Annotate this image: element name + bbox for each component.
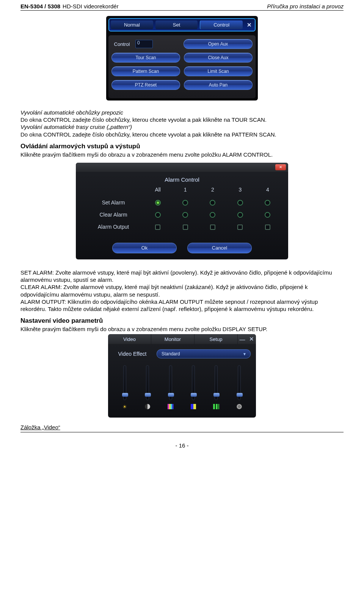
alarm-output-all-check[interactable] [155, 225, 160, 230]
hue-slider[interactable] [192, 365, 195, 400]
contrast-icon [144, 403, 151, 410]
gear-icon [236, 403, 243, 410]
extra-slider[interactable] [238, 365, 241, 400]
tab-normal[interactable]: Normal [111, 20, 153, 29]
subheading-tour: Vyvolání automatické obchůzky prepozic [20, 109, 123, 116]
sun-icon: ☀ [121, 403, 128, 410]
footer-tab-label: Záložka „Video“ [20, 424, 344, 430]
close-icon[interactable]: ✕ [245, 20, 253, 29]
header-product: HD-SDI videorekordér [63, 3, 119, 9]
footer-rule [20, 432, 344, 432]
contrast-slider[interactable] [146, 365, 149, 400]
close-icon[interactable]: ✕ [247, 334, 256, 344]
auto-pan-button[interactable]: Auto Pan [184, 80, 253, 90]
video-effect-label: Video Effect [113, 351, 151, 357]
ptz-reset-button[interactable]: PTZ Reset [111, 80, 180, 90]
set-alarm-3-radio[interactable] [237, 200, 243, 206]
page-header: EN-5304 / 5308 HD-SDI videorekordér Přír… [20, 0, 344, 9]
alarm-section-title: Ovládání alarmových vstupů a výstupů [20, 143, 344, 150]
tab-video[interactable]: Video [108, 334, 151, 344]
brightness-slider[interactable] [123, 365, 126, 400]
tab-setup[interactable]: Setup [195, 334, 238, 344]
header-model: EN-5304 / 5308 [20, 3, 60, 9]
clear-alarm-3-radio[interactable] [237, 212, 243, 218]
clear-alarm-all-radio[interactable] [155, 212, 161, 218]
pattern-paragraph: Do okna CONTROL zadejte číslo obchůzky, … [20, 131, 276, 138]
col-all: All [144, 187, 171, 193]
alarm-output-4-check[interactable] [265, 225, 270, 230]
close-aux-button[interactable]: Close Aux [184, 53, 253, 63]
display-setup-dialog: Video Monitor Setup — ✕ Video Effect Sta… [108, 334, 256, 418]
ok-button[interactable]: Ok [112, 243, 177, 253]
tab-monitor[interactable]: Monitor [151, 334, 195, 344]
open-aux-button[interactable]: Open Aux [184, 39, 253, 49]
video-effect-select[interactable]: Standard ▼ [157, 349, 251, 358]
clear-alarm-1-radio[interactable] [182, 212, 188, 218]
alarm-output-2-check[interactable] [210, 225, 215, 230]
minimize-icon[interactable]: — [238, 334, 247, 344]
row-alarm-output: Alarm Output [83, 224, 144, 230]
sharpness-icon [213, 403, 220, 410]
clear-alarm-2-radio[interactable] [210, 212, 215, 218]
pattern-scan-button[interactable]: Pattern Scan [111, 66, 180, 76]
control-input[interactable]: 0 [135, 40, 153, 48]
alarm-control-dialog: ✕ Alarm Control All 1 2 3 4 Set Alarm [76, 163, 288, 259]
cancel-button[interactable]: Cancel [187, 243, 252, 253]
sharpness-slider[interactable] [215, 365, 218, 400]
display-section-title: Nastavení video parametrů [20, 317, 344, 325]
subheading-pattern: Vyvolání automatické trasy cruise („patt… [20, 124, 132, 130]
clear-alarm-4-radio[interactable] [265, 212, 270, 218]
alarm-output-desc: ALARM OUTPUT: Kliknutím do odpovídajícíh… [20, 298, 318, 312]
page-number: - 16 - [20, 442, 344, 449]
control-label: Control [111, 41, 132, 47]
set-alarm-4-radio[interactable] [265, 200, 270, 206]
col-2: 2 [199, 187, 226, 193]
ptz-control-panel: Normal Set Control ✕ Control 0 Open Aux … [106, 16, 258, 101]
close-icon[interactable]: ✕ [275, 164, 286, 170]
alarm-output-1-check[interactable] [183, 225, 188, 230]
set-alarm-2-radio[interactable] [210, 200, 215, 206]
tab-set[interactable]: Set [155, 20, 198, 29]
color-bars-icon [167, 403, 174, 410]
set-alarm-all-radio[interactable] [155, 200, 161, 206]
tour-paragraph: Do okna CONTROL zadejte číslo obchůzky, … [20, 116, 267, 123]
header-manual-title: Příručka pro instalaci a provoz [267, 3, 344, 9]
alarm-dialog-title: Alarm Control [76, 172, 288, 187]
set-alarm-1-radio[interactable] [182, 200, 188, 206]
col-1: 1 [171, 187, 199, 193]
chevron-down-icon: ▼ [243, 352, 246, 356]
saturation-slider[interactable] [169, 365, 172, 400]
clear-alarm-desc: CLEAR ALARM: Zvolte alarmové vstupy, kte… [20, 284, 308, 297]
set-alarm-desc: SET ALARM: Zvolte alarmové vstupy, které… [20, 269, 332, 283]
tab-control[interactable]: Control [200, 20, 243, 29]
header-rule [20, 10, 344, 11]
row-clear-alarm: Clear Alarm [83, 212, 144, 218]
col-4: 4 [254, 187, 281, 193]
row-set-alarm: Set Alarm [83, 199, 144, 206]
limit-scan-button[interactable]: Limit Scan [184, 66, 253, 76]
alarm-section-para: Klikněte pravým tlačítkem myši do obrazu… [20, 151, 344, 158]
display-section-para: Klikněte pravým tlačítkem myši do obrazu… [20, 325, 344, 333]
video-effect-value: Standard [162, 351, 180, 357]
col-3: 3 [226, 187, 254, 193]
hue-icon [190, 403, 197, 410]
alarm-output-3-check[interactable] [237, 225, 243, 230]
tour-scan-button[interactable]: Tour Scan [111, 53, 180, 63]
